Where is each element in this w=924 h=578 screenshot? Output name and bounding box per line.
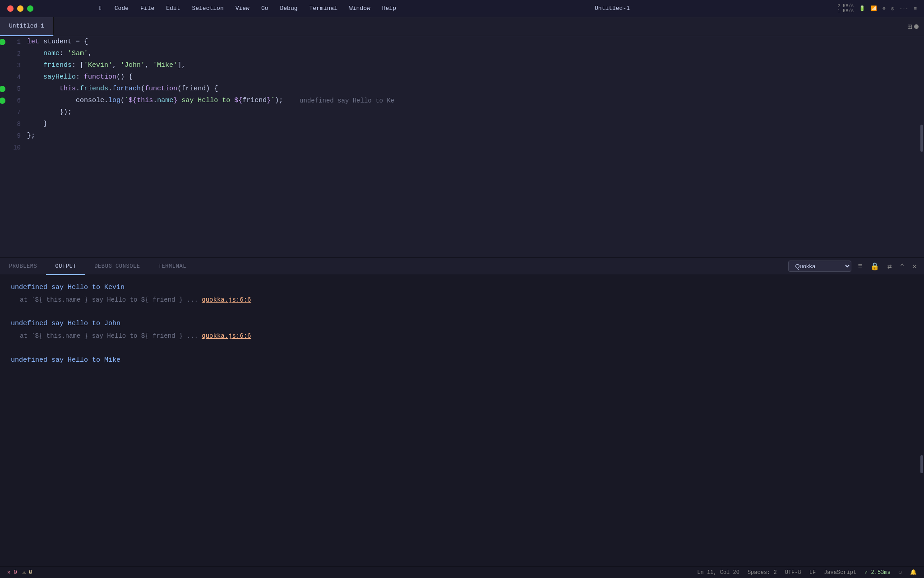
menu-file[interactable]: File: [139, 4, 156, 13]
traffic-light-yellow[interactable]: [17, 5, 23, 12]
output-at-2: at `${ this.name } say Hello to ${ frien…: [11, 331, 913, 341]
titlebar-right: 2 KB/s 1 KB/s 🔋 📶 ⊕ ◎ ··· ≡: [827, 4, 917, 14]
editor-scroll-thumb[interactable]: [920, 125, 923, 152]
output-link-2[interactable]: quokka.js:6:6: [202, 332, 251, 340]
error-count[interactable]: ✕ 0: [7, 569, 17, 576]
line-number-8: 8: [8, 118, 21, 130]
menu-window[interactable]: Window: [347, 4, 372, 13]
line-number-4: 4: [8, 71, 21, 83]
code-line-8: }: [27, 118, 924, 130]
output-entry-3: undefined say Hello to Mike: [11, 355, 913, 366]
panel-tab-output[interactable]: OUTPUT: [46, 258, 85, 275]
output-entry-1: undefined say Hello to Kevin at `${ this…: [11, 282, 913, 305]
gutter-row-8: 8: [8, 118, 21, 130]
traffic-light-green[interactable]: [27, 5, 33, 12]
line-number-3: 3: [8, 60, 21, 71]
copy-output-icon[interactable]: ⇄: [886, 261, 894, 272]
editor-scrollbar[interactable]: [919, 36, 924, 257]
gutter-row-10: 10: [8, 142, 21, 154]
line-number-9: 9: [8, 130, 21, 142]
menu-debug[interactable]: Debug: [278, 4, 300, 13]
scroll-up-icon[interactable]: ⌃: [898, 261, 906, 272]
smiley-icon[interactable]: ☺: [899, 569, 902, 576]
breakpoint-dot-1[interactable]: [0, 39, 5, 45]
tab-filename: Untitled-1: [9, 23, 44, 29]
panel-tab-problems[interactable]: PROBLEMS: [0, 258, 46, 275]
menu-edit[interactable]: Edit: [164, 4, 182, 13]
panel-tab-debug-console[interactable]: DEBUG CONSOLE: [85, 258, 149, 275]
line-number-5: 5: [8, 83, 21, 95]
statusbar-left: ✕ 0 ⚠ 0: [7, 569, 32, 576]
gutter-row-4: 4: [8, 71, 21, 83]
code-line-10: [27, 142, 924, 154]
titlebar-left: [7, 5, 97, 12]
file-encoding[interactable]: UTF-8: [785, 569, 801, 576]
output-link-1[interactable]: quokka.js:6:6: [202, 296, 251, 303]
panel-tab-terminal[interactable]: TERMINAL: [149, 258, 195, 275]
statusbar-right: Ln 11, Col 20 Spaces: 2 UTF-8 LF JavaScr…: [697, 569, 917, 576]
menu-code[interactable]: Code: [113, 4, 130, 13]
warning-count[interactable]: ⚠ 0: [23, 569, 32, 576]
line-ending[interactable]: LF: [809, 569, 816, 576]
bottom-panel: PROBLEMS OUTPUT DEBUG CONSOLE TERMINAL Q…: [0, 257, 924, 578]
editor-tab[interactable]: Untitled-1: [0, 17, 54, 36]
wifi-icon: 📶: [871, 5, 877, 11]
gutter-row-5: 5: [8, 83, 21, 95]
gutter-row-2: 2: [8, 48, 21, 60]
lock-scroll-icon[interactable]: 🔒: [869, 261, 881, 272]
menu-view[interactable]: View: [234, 4, 251, 13]
panel-scroll-thumb[interactable]: [920, 455, 923, 473]
menu-bar:  Code File Edit Selection View Go Debug…: [97, 4, 398, 13]
collapse-dot-icon[interactable]: [914, 24, 919, 29]
line-number-10: 10: [8, 142, 21, 154]
menu-help[interactable]: Help: [380, 4, 398, 13]
code-line-6: console.log(`${this.name} say Hello to $…: [27, 95, 924, 107]
code-line-1: let student = {: [27, 36, 924, 48]
code-line-2: name: 'Sam',: [27, 48, 924, 60]
gutter-row-7: 7: [8, 107, 21, 118]
toggle-word-wrap-icon[interactable]: ≡: [856, 261, 864, 271]
notification-bell-icon[interactable]: 🔔: [910, 569, 917, 576]
output-main-3: undefined say Hello to Mike: [11, 355, 913, 366]
menu-terminal[interactable]: Terminal: [308, 4, 339, 13]
gutter-row-1: 1: [8, 36, 21, 48]
code-line-4: sayHello: function() {: [27, 71, 924, 83]
code-line-9: };: [27, 130, 924, 142]
output-at-1: at `${ this.name } say Hello to ${ frien…: [11, 295, 913, 305]
output-main-2: undefined say Hello to John: [11, 318, 913, 329]
output-source-select[interactable]: Quokka: [788, 261, 851, 272]
code-editor[interactable]: let student = { name: 'Sam', friends: ['…: [25, 36, 924, 257]
panel-tabbar: PROBLEMS OUTPUT DEBUG CONSOLE TERMINAL Q…: [0, 258, 924, 275]
time-display: ···: [900, 6, 909, 11]
close-panel-icon[interactable]: ✕: [910, 261, 919, 272]
network-speed: 2 KB/s 1 KB/s: [837, 4, 854, 14]
cursor-position[interactable]: Ln 11, Col 20: [697, 569, 739, 576]
apple-menu[interactable]: : [97, 4, 105, 13]
titlebar:  Code File Edit Selection View Go Debug…: [0, 0, 924, 17]
panel-scrollbar[interactable]: [919, 275, 924, 575]
editor-area: 1 2 3 4 5 6: [0, 36, 924, 257]
gutter-row-6: 6: [8, 95, 21, 107]
panel-actions: Quokka ≡ 🔒 ⇄ ⌃ ✕: [788, 261, 924, 272]
indentation[interactable]: Spaces: 2: [748, 569, 777, 576]
breakpoint-dot-6[interactable]: [0, 98, 5, 104]
language-mode[interactable]: JavaScript: [824, 569, 856, 576]
status-bar: ✕ 0 ⚠ 0 Ln 11, Col 20 Spaces: 2 UTF-8 LF…: [0, 566, 924, 578]
control-center-icon[interactable]: ⊕: [882, 5, 886, 11]
output-main-1: undefined say Hello to Kevin: [11, 282, 913, 293]
menu-selection[interactable]: Selection: [190, 4, 225, 13]
line-number-1: 1: [8, 36, 21, 48]
traffic-light-red[interactable]: [7, 5, 14, 12]
editor-actions: ⊞: [907, 22, 924, 32]
split-editor-icon[interactable]: ⊞: [907, 22, 912, 32]
menu-go[interactable]: Go: [259, 4, 270, 13]
line-gutter: 1 2 3 4 5 6: [0, 36, 25, 257]
breakpoint-dot-5[interactable]: [0, 86, 5, 92]
menu-bar-toggle[interactable]: ≡: [914, 6, 917, 11]
code-line-5: this.friends.forEach(function(friend) {: [27, 83, 924, 95]
quokka-status[interactable]: ✓ 2.53ms: [864, 569, 891, 576]
siri-icon[interactable]: ◎: [891, 5, 894, 11]
output-content: undefined say Hello to Kevin at `${ this…: [0, 275, 924, 578]
code-line-7: });: [27, 107, 924, 118]
line-number-7: 7: [8, 107, 21, 118]
